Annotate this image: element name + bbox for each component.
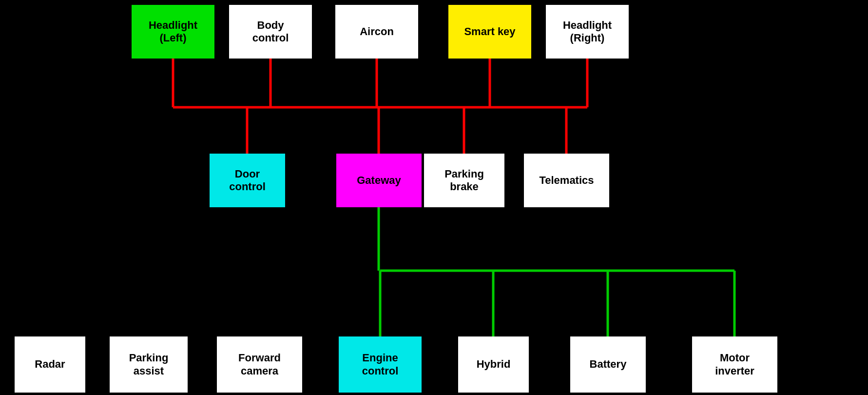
node-body-control: Bodycontrol [229,5,312,59]
node-parking-brake: Parkingbrake [424,154,504,207]
node-radar: Radar [15,336,85,393]
node-door-control: Doorcontrol [210,154,285,207]
node-gateway: Gateway [336,154,422,207]
node-motor-inverter: Motorinverter [692,336,777,393]
node-headlight-right: Headlight(Right) [546,5,629,59]
node-telematics: Telematics [524,154,609,207]
node-parking-assist: Parkingassist [110,336,188,393]
node-forward-camera: Forwardcamera [217,336,302,393]
node-smart-key: Smart key [448,5,531,59]
node-battery: Battery [570,336,646,393]
node-aircon: Aircon [335,5,418,59]
node-engine-control: Enginecontrol [339,336,422,393]
node-hybrid: Hybrid [458,336,529,393]
diagram-container: Headlight(Left) Bodycontrol Aircon Smart… [0,0,868,395]
node-headlight-left: Headlight(Left) [132,5,214,59]
